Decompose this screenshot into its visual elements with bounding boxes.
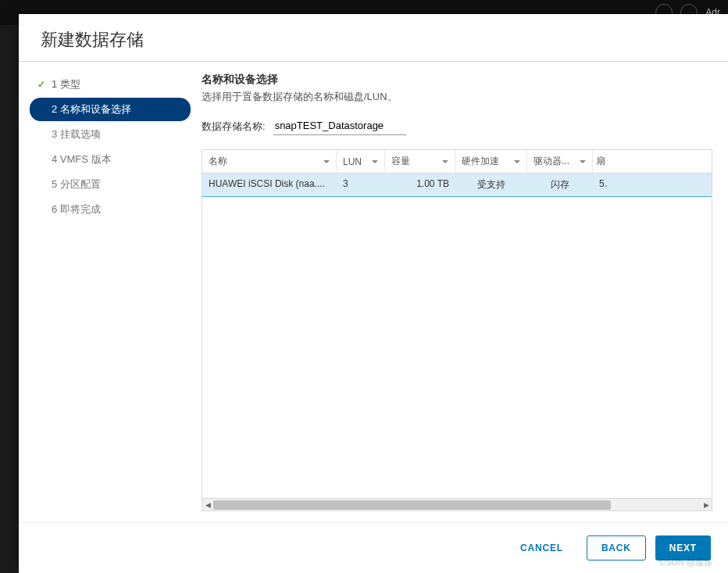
table-header: 名称 LUN 容量 硬件加速 [202, 150, 712, 174]
modal-footer: CANCEL BACK NEXT [19, 522, 728, 573]
col-hw-label: 硬件加速 [462, 155, 499, 168]
modal-title: 新建数据存储 [19, 14, 728, 61]
modal-body: 1 类型 2 名称和设备选择 3 挂载选项 4 VMFS 版本 5 分区配置 6… [19, 62, 728, 522]
cell-driver: 闪存 [527, 174, 593, 196]
chevron-down-icon [372, 160, 378, 163]
wizard-step-vmfs: 4 VMFS 版本 [30, 148, 191, 171]
cell-hw-accel: 受支持 [455, 174, 527, 196]
chevron-down-icon [514, 160, 520, 163]
cell-extra: 5 [593, 174, 608, 196]
wizard-modal: 新建数据存储 1 类型 2 名称和设备选择 3 挂载选项 4 VMFS 版本 5… [19, 14, 728, 573]
wizard-nav: 1 类型 2 名称和设备选择 3 挂载选项 4 VMFS 版本 5 分区配置 6… [19, 62, 198, 522]
chevron-down-icon [323, 160, 330, 163]
watermark: CSDN @墟烁 [660, 557, 712, 568]
cancel-button[interactable]: CANCEL [506, 535, 577, 560]
wizard-step-type[interactable]: 1 类型 [30, 73, 191, 96]
scroll-thumb[interactable] [213, 500, 611, 510]
horizontal-scrollbar[interactable]: ◀ ▶ [202, 498, 712, 510]
content-pane: 名称和设备选择 选择用于置备数据存储的名称和磁盘/LUN。 数据存储名称: 名称… [198, 62, 728, 522]
content-heading: 名称和设备选择 [202, 73, 712, 87]
col-driver-label: 驱动器... [534, 155, 569, 168]
device-table: 名称 LUN 容量 硬件加速 [202, 149, 712, 511]
scroll-left-icon[interactable]: ◀ [203, 500, 212, 510]
col-lun-label: LUN [343, 156, 362, 167]
datastore-name-input[interactable] [273, 118, 406, 135]
datastore-name-label: 数据存储名称: [202, 120, 266, 134]
col-name-label: 名称 [209, 155, 227, 168]
col-driver[interactable]: 驱动器... [527, 150, 593, 173]
wizard-step-mount: 3 挂载选项 [30, 123, 191, 146]
col-hw-accel[interactable]: 硬件加速 [455, 150, 527, 173]
col-extra-label: 扇 [596, 155, 605, 168]
datastore-name-row: 数据存储名称: [202, 118, 712, 135]
chevron-down-icon [442, 160, 448, 163]
scroll-right-icon[interactable]: ▶ [701, 500, 711, 510]
chevron-down-icon [580, 160, 586, 163]
col-name[interactable]: 名称 [202, 150, 337, 173]
col-lun[interactable]: LUN [337, 150, 385, 173]
cell-name: HUAWEI iSCSI Disk (naa.... [202, 174, 337, 196]
wizard-step-partition: 5 分区配置 [30, 173, 191, 196]
col-extra[interactable]: 扇 [593, 150, 608, 173]
wizard-step-name-device[interactable]: 2 名称和设备选择 [30, 98, 191, 121]
cell-lun: 3 [337, 174, 385, 196]
cell-capacity: 1.00 TB [385, 174, 455, 196]
table-body: HUAWEI iSCSI Disk (naa.... 3 1.00 TB 受支持… [202, 174, 712, 498]
col-capacity[interactable]: 容量 [385, 150, 455, 173]
col-capacity-label: 容量 [391, 155, 410, 168]
table-row[interactable]: HUAWEI iSCSI Disk (naa.... 3 1.00 TB 受支持… [202, 174, 712, 196]
back-button[interactable]: BACK [587, 535, 646, 560]
wizard-step-ready: 6 即将完成 [30, 198, 191, 221]
content-subheading: 选择用于置备数据存储的名称和磁盘/LUN。 [202, 90, 712, 104]
